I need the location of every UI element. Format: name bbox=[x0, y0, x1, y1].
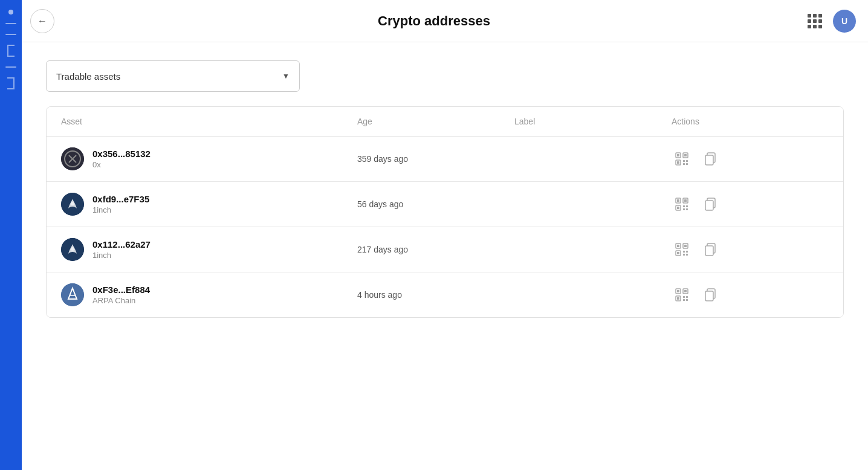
table-row: 0x112...62a27 1inch 217 days ago bbox=[47, 227, 843, 272]
qr-code-button-3[interactable] bbox=[672, 239, 692, 260]
svg-rect-25 bbox=[686, 205, 688, 207]
arpa-icon bbox=[61, 283, 84, 306]
svg-rect-54 bbox=[686, 296, 688, 298]
asset-icon-1 bbox=[61, 147, 84, 170]
svg-rect-33 bbox=[677, 245, 679, 247]
back-button[interactable]: ← bbox=[30, 9, 54, 33]
svg-rect-43 bbox=[705, 246, 713, 256]
asset-address-4: 0xF3e...Ef884 bbox=[92, 285, 150, 295]
actions-cell-2 bbox=[672, 194, 829, 214]
copy-icon-2 bbox=[705, 198, 717, 211]
copy-icon-4 bbox=[705, 288, 717, 301]
asset-address-2: 0xfd9...e7F35 bbox=[92, 194, 149, 204]
back-arrow-icon: ← bbox=[37, 16, 47, 27]
svg-rect-9 bbox=[677, 161, 679, 164]
table-header: Asset Age Label Actions bbox=[47, 107, 843, 137]
table-row: 0xF3e...Ef884 ARPA Chain 4 hours ago bbox=[47, 272, 843, 317]
sidebar-bracket-2 bbox=[7, 77, 15, 89]
asset-icon-2 bbox=[61, 193, 84, 216]
qr-code-button-2[interactable] bbox=[672, 194, 692, 214]
apps-button[interactable] bbox=[804, 10, 826, 32]
sidebar-item-1 bbox=[5, 23, 16, 24]
svg-rect-26 bbox=[683, 208, 685, 210]
copy-button-1[interactable] bbox=[701, 149, 721, 169]
svg-rect-37 bbox=[677, 252, 679, 254]
svg-rect-15 bbox=[705, 155, 713, 165]
svg-rect-21 bbox=[684, 199, 687, 202]
svg-rect-50 bbox=[684, 290, 687, 292]
sidebar bbox=[0, 0, 22, 470]
qr-icon-3 bbox=[675, 243, 688, 256]
page-title: Crypto addresses bbox=[378, 13, 490, 29]
svg-rect-38 bbox=[683, 251, 685, 253]
asset-cell-3: 0x112...62a27 1inch bbox=[61, 238, 357, 261]
crypto-addresses-table: Asset Age Label Actions 0x356...85132 bbox=[46, 106, 844, 318]
svg-rect-19 bbox=[677, 199, 679, 202]
asset-sub-label-2: 1inch bbox=[92, 205, 149, 214]
asset-icon-3 bbox=[61, 238, 84, 261]
copy-button-4[interactable] bbox=[701, 285, 721, 305]
svg-rect-35 bbox=[684, 245, 687, 247]
asset-address-3: 0x112...62a27 bbox=[92, 239, 151, 249]
header-left: ← bbox=[30, 9, 54, 33]
age-cell-1: 359 days ago bbox=[357, 154, 514, 164]
qr-code-button-1[interactable] bbox=[672, 149, 692, 169]
asset-cell-4: 0xF3e...Ef884 ARPA Chain bbox=[61, 283, 357, 306]
qr-icon-4 bbox=[675, 288, 688, 301]
header-right: U bbox=[804, 10, 856, 33]
svg-rect-55 bbox=[683, 299, 685, 301]
tradable-assets-dropdown[interactable]: Tradable assets ▼ bbox=[46, 60, 300, 92]
sidebar-item-3 bbox=[5, 66, 16, 68]
asset-info-2: 0xfd9...e7F35 1inch bbox=[92, 194, 149, 214]
age-cell-2: 56 days ago bbox=[357, 199, 514, 209]
svg-rect-56 bbox=[686, 299, 688, 301]
asset-sub-label-4: ARPA Chain bbox=[92, 296, 150, 305]
svg-rect-41 bbox=[686, 254, 688, 256]
svg-rect-13 bbox=[686, 163, 688, 165]
svg-point-17 bbox=[71, 202, 74, 205]
dropdown-label: Tradable assets bbox=[56, 71, 120, 82]
header: ← Crypto addresses U bbox=[0, 0, 868, 42]
sidebar-bracket-1 bbox=[7, 45, 15, 57]
copy-button-3[interactable] bbox=[701, 239, 721, 260]
0x-icon bbox=[61, 147, 84, 170]
svg-rect-12 bbox=[683, 163, 685, 165]
svg-rect-23 bbox=[677, 207, 679, 209]
dropdown-container: Tradable assets ▼ bbox=[46, 60, 844, 92]
svg-point-31 bbox=[71, 247, 74, 251]
1inch-icon-1 bbox=[61, 193, 84, 216]
asset-sub-label-3: 1inch bbox=[92, 251, 151, 260]
svg-rect-11 bbox=[686, 160, 688, 162]
avatar[interactable]: U bbox=[833, 10, 856, 33]
qr-icon-1 bbox=[675, 152, 688, 166]
svg-rect-48 bbox=[677, 290, 679, 292]
copy-button-2[interactable] bbox=[701, 194, 721, 214]
table-row: 0x356...85132 0x 359 days ago bbox=[47, 137, 843, 182]
age-cell-4: 4 hours ago bbox=[357, 290, 514, 300]
asset-cell-1: 0x356...85132 0x bbox=[61, 147, 357, 170]
copy-icon-1 bbox=[705, 152, 717, 166]
svg-rect-40 bbox=[683, 254, 685, 256]
asset-info-3: 0x112...62a27 1inch bbox=[92, 239, 151, 260]
1inch-icon-2 bbox=[61, 238, 84, 261]
actions-cell-4 bbox=[672, 285, 829, 305]
asset-info-4: 0xF3e...Ef884 ARPA Chain bbox=[92, 285, 150, 305]
svg-rect-52 bbox=[677, 297, 679, 300]
asset-info-1: 0x356...85132 0x bbox=[92, 149, 151, 169]
qr-icon-2 bbox=[675, 198, 688, 211]
asset-icon-4 bbox=[61, 283, 84, 306]
qr-code-button-4[interactable] bbox=[672, 285, 692, 305]
asset-sub-label-1: 0x bbox=[92, 160, 151, 169]
asset-address-1: 0x356...85132 bbox=[92, 149, 151, 159]
svg-rect-5 bbox=[677, 154, 679, 156]
sidebar-item-2 bbox=[5, 34, 16, 35]
svg-rect-24 bbox=[683, 205, 685, 207]
col-header-age: Age bbox=[357, 117, 514, 126]
grid-icon bbox=[808, 14, 822, 28]
sidebar-indicator-1 bbox=[8, 10, 13, 14]
copy-icon-3 bbox=[705, 243, 717, 256]
svg-rect-27 bbox=[686, 208, 688, 210]
col-header-actions: Actions bbox=[672, 117, 829, 126]
svg-rect-10 bbox=[683, 160, 685, 162]
actions-cell-3 bbox=[672, 239, 829, 260]
